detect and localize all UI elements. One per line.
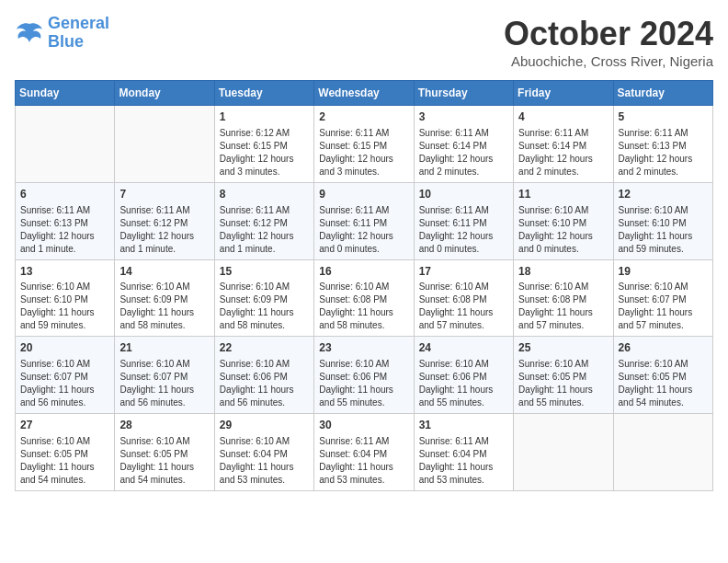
day-info: Sunrise: 6:11 AMSunset: 6:04 PMDaylight:… [419,435,508,487]
day-number: 14 [119,264,209,280]
calendar-cell: 11Sunrise: 6:10 AMSunset: 6:10 PMDayligh… [514,182,613,259]
calendar-cell: 31Sunrise: 6:11 AMSunset: 6:04 PMDayligh… [414,414,513,491]
day-number: 6 [20,187,109,202]
logo-text: General Blue [48,15,109,52]
day-number: 23 [319,340,408,356]
day-number: 29 [220,418,309,433]
day-number: 9 [319,187,408,202]
calendar-cell: 19Sunrise: 6:10 AMSunset: 6:07 PMDayligh… [613,259,712,337]
day-number: 2 [319,109,408,125]
calendar-cell [613,414,712,491]
day-info: Sunrise: 6:10 AMSunset: 6:07 PMDaylight:… [119,358,209,409]
col-friday: Friday [514,81,613,106]
calendar-cell: 26Sunrise: 6:10 AMSunset: 6:05 PMDayligh… [613,337,712,414]
calendar-week-3: 13Sunrise: 6:10 AMSunset: 6:10 PMDayligh… [16,259,713,337]
title-section: October 2024 Abuochiche, Cross River, Ni… [504,15,713,69]
day-info: Sunrise: 6:12 AMSunset: 6:15 PMDaylight:… [220,127,309,178]
day-number: 15 [220,264,309,280]
calendar-cell: 28Sunrise: 6:10 AMSunset: 6:05 PMDayligh… [115,414,214,491]
day-number: 21 [119,340,209,356]
day-info: Sunrise: 6:10 AMSunset: 6:10 PMDaylight:… [20,281,109,332]
day-info: Sunrise: 6:11 AMSunset: 6:13 PMDaylight:… [20,204,109,256]
day-info: Sunrise: 6:11 AMSunset: 6:14 PMDaylight:… [419,127,508,178]
calendar-cell: 24Sunrise: 6:10 AMSunset: 6:06 PMDayligh… [414,337,513,414]
calendar-cell: 15Sunrise: 6:10 AMSunset: 6:09 PMDayligh… [214,259,313,337]
day-info: Sunrise: 6:11 AMSunset: 6:11 PMDaylight:… [319,204,408,256]
day-number: 30 [319,418,408,433]
day-number: 5 [619,109,708,125]
calendar-cell: 9Sunrise: 6:11 AMSunset: 6:11 PMDaylight… [314,182,414,259]
calendar-cell: 13Sunrise: 6:10 AMSunset: 6:10 PMDayligh… [16,259,115,337]
day-info: Sunrise: 6:10 AMSunset: 6:05 PMDaylight:… [119,435,209,487]
day-info: Sunrise: 6:10 AMSunset: 6:05 PMDaylight:… [20,435,109,487]
day-number: 4 [518,109,608,125]
day-number: 27 [20,418,109,433]
col-saturday: Saturday [613,81,712,106]
calendar-table: Sunday Monday Tuesday Wednesday Thursday… [15,80,713,491]
day-info: Sunrise: 6:10 AMSunset: 6:05 PMDaylight:… [518,358,608,409]
day-info: Sunrise: 6:10 AMSunset: 6:04 PMDaylight:… [220,435,309,487]
calendar-cell: 10Sunrise: 6:11 AMSunset: 6:11 PMDayligh… [414,182,513,259]
calendar-cell: 5Sunrise: 6:11 AMSunset: 6:13 PMDaylight… [613,106,712,183]
calendar-week-4: 20Sunrise: 6:10 AMSunset: 6:07 PMDayligh… [16,337,713,414]
header-row: Sunday Monday Tuesday Wednesday Thursday… [16,81,713,106]
day-info: Sunrise: 6:10 AMSunset: 6:05 PMDaylight:… [619,358,708,409]
month-title: October 2024 [504,15,713,53]
day-number: 7 [119,187,209,202]
calendar-cell: 6Sunrise: 6:11 AMSunset: 6:13 PMDaylight… [16,182,115,259]
calendar-cell: 3Sunrise: 6:11 AMSunset: 6:14 PMDaylight… [414,106,513,183]
calendar-cell: 2Sunrise: 6:11 AMSunset: 6:15 PMDaylight… [314,106,414,183]
day-info: Sunrise: 6:10 AMSunset: 6:06 PMDaylight:… [419,358,508,409]
day-number: 22 [220,340,309,356]
day-info: Sunrise: 6:10 AMSunset: 6:06 PMDaylight:… [220,358,309,409]
day-number: 11 [518,187,608,202]
day-number: 13 [20,264,109,280]
day-info: Sunrise: 6:10 AMSunset: 6:08 PMDaylight:… [419,281,508,332]
day-number: 26 [619,340,708,356]
day-info: Sunrise: 6:10 AMSunset: 6:09 PMDaylight:… [220,281,309,332]
day-number: 1 [220,109,309,125]
day-info: Sunrise: 6:11 AMSunset: 6:11 PMDaylight:… [419,204,508,256]
calendar-cell: 4Sunrise: 6:11 AMSunset: 6:14 PMDaylight… [514,106,613,183]
day-info: Sunrise: 6:11 AMSunset: 6:04 PMDaylight:… [319,435,408,487]
calendar-cell [16,106,115,183]
day-number: 16 [319,264,408,280]
day-info: Sunrise: 6:10 AMSunset: 6:07 PMDaylight:… [619,281,708,332]
col-thursday: Thursday [414,81,513,106]
calendar-header: Sunday Monday Tuesday Wednesday Thursday… [16,81,713,106]
day-info: Sunrise: 6:11 AMSunset: 6:13 PMDaylight:… [619,127,708,178]
calendar-cell: 27Sunrise: 6:10 AMSunset: 6:05 PMDayligh… [16,414,115,491]
col-monday: Monday [115,81,214,106]
day-info: Sunrise: 6:10 AMSunset: 6:10 PMDaylight:… [619,204,708,256]
calendar-cell: 18Sunrise: 6:10 AMSunset: 6:08 PMDayligh… [514,259,613,337]
page-header: General Blue October 2024 Abuochiche, Cr… [15,15,713,69]
calendar-cell: 14Sunrise: 6:10 AMSunset: 6:09 PMDayligh… [115,259,214,337]
calendar-cell: 21Sunrise: 6:10 AMSunset: 6:07 PMDayligh… [115,337,214,414]
day-info: Sunrise: 6:11 AMSunset: 6:12 PMDaylight:… [119,204,209,256]
day-info: Sunrise: 6:10 AMSunset: 6:10 PMDaylight:… [518,204,608,256]
calendar-cell: 29Sunrise: 6:10 AMSunset: 6:04 PMDayligh… [214,414,313,491]
calendar-cell [514,414,613,491]
day-info: Sunrise: 6:10 AMSunset: 6:06 PMDaylight:… [319,358,408,409]
calendar-cell: 8Sunrise: 6:11 AMSunset: 6:12 PMDaylight… [214,182,313,259]
day-info: Sunrise: 6:10 AMSunset: 6:08 PMDaylight:… [518,281,608,332]
day-number: 28 [119,418,209,433]
day-number: 8 [220,187,309,202]
calendar-cell: 30Sunrise: 6:11 AMSunset: 6:04 PMDayligh… [314,414,414,491]
day-number: 12 [619,187,708,202]
calendar-cell: 1Sunrise: 6:12 AMSunset: 6:15 PMDaylight… [214,106,313,183]
day-number: 19 [619,264,708,280]
day-info: Sunrise: 6:10 AMSunset: 6:08 PMDaylight:… [319,281,408,332]
calendar-cell: 23Sunrise: 6:10 AMSunset: 6:06 PMDayligh… [314,337,414,414]
logo: General Blue [15,15,109,52]
calendar-cell: 7Sunrise: 6:11 AMSunset: 6:12 PMDaylight… [115,182,214,259]
day-number: 20 [20,340,109,356]
day-number: 17 [419,264,508,280]
day-number: 18 [518,264,608,280]
day-info: Sunrise: 6:10 AMSunset: 6:07 PMDaylight:… [20,358,109,409]
day-info: Sunrise: 6:11 AMSunset: 6:12 PMDaylight:… [220,204,309,256]
col-sunday: Sunday [16,81,115,106]
calendar-cell: 12Sunrise: 6:10 AMSunset: 6:10 PMDayligh… [613,182,712,259]
calendar-cell: 25Sunrise: 6:10 AMSunset: 6:05 PMDayligh… [514,337,613,414]
col-wednesday: Wednesday [314,81,414,106]
